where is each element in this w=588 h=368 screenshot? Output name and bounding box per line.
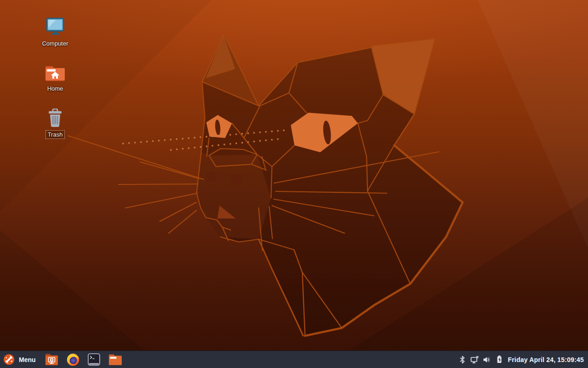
desktop-icon-trash[interactable]: Trash bbox=[33, 109, 77, 139]
desktop-folder-launcher-icon bbox=[45, 353, 58, 366]
terminal-launcher-icon bbox=[88, 353, 100, 366]
files-launcher-icon bbox=[108, 354, 122, 365]
taskbar-panel: Menu bbox=[0, 351, 588, 368]
firefox-launcher[interactable] bbox=[66, 353, 80, 367]
trash-icon bbox=[47, 109, 63, 127]
desktop-icon-label: Home bbox=[45, 84, 66, 93]
firefox-launcher-icon bbox=[66, 353, 80, 367]
desktop[interactable]: Computer Home Trash bbox=[0, 0, 588, 351]
distro-logo-icon bbox=[3, 354, 15, 365]
home-folder-icon bbox=[45, 64, 66, 81]
panel-clock[interactable]: Friday April 24, 15:09:45 bbox=[508, 356, 588, 363]
system-tray bbox=[458, 355, 504, 365]
battery-icon bbox=[495, 355, 503, 364]
launchers bbox=[45, 353, 122, 367]
volume-icon bbox=[483, 356, 491, 364]
desktop-icon-label: Computer bbox=[40, 39, 70, 48]
battery-tray-item[interactable] bbox=[495, 355, 504, 365]
network-icon bbox=[470, 356, 479, 364]
bluetooth-tray-item[interactable] bbox=[458, 355, 467, 365]
menu-button[interactable]: Menu bbox=[0, 351, 40, 368]
files-launcher[interactable] bbox=[108, 353, 122, 367]
wallpaper-fossa-art bbox=[0, 0, 588, 368]
desktop-icon-computer[interactable]: Computer bbox=[33, 17, 77, 48]
volume-tray-item[interactable] bbox=[482, 355, 492, 365]
screen: Computer Home Trash bbox=[0, 0, 588, 368]
terminal-launcher[interactable] bbox=[87, 353, 101, 367]
desktop-folder-launcher[interactable] bbox=[45, 353, 59, 367]
desktop-icon-label: Trash bbox=[45, 130, 65, 139]
menu-label: Menu bbox=[19, 356, 36, 363]
desktop-icon-home[interactable]: Home bbox=[33, 64, 77, 93]
computer-icon bbox=[45, 17, 65, 36]
bluetooth-icon bbox=[458, 356, 466, 364]
network-tray-item[interactable] bbox=[470, 355, 479, 365]
